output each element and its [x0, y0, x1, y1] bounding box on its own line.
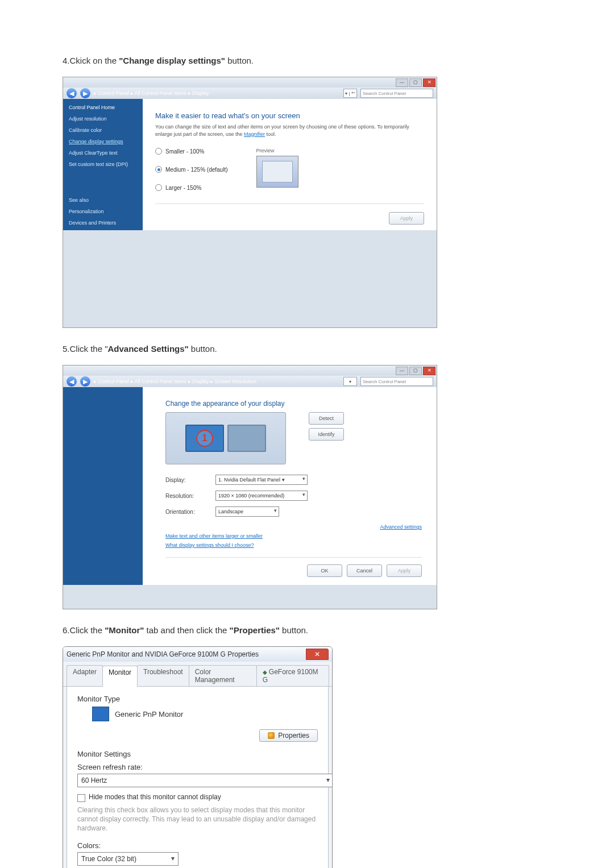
- step-4-text: 4.Ckick on the "Change display settings"…: [63, 56, 557, 65]
- screenshot-display-settings: — ▢ ✕ ◀ ▶ ▸ Control Panel ▸ All Control …: [63, 77, 437, 328]
- monitor-preview[interactable]: 1: [165, 412, 286, 464]
- sidebar: Control Panel Home Adjust resolution Cal…: [63, 99, 143, 230]
- close-button[interactable]: ✕: [423, 78, 435, 87]
- sidebar-home[interactable]: Control Panel Home: [69, 105, 138, 110]
- window-title-bar: — ▢ ✕: [63, 366, 437, 376]
- monitor-2-icon[interactable]: [227, 425, 266, 452]
- step-4-prefix: 4.Ckick on the: [63, 56, 119, 65]
- tab-adapter[interactable]: Adapter: [67, 665, 103, 686]
- step-5-bold: Advanced Settings": [108, 344, 189, 354]
- main-content: Change the appearance of your display 1 …: [143, 387, 437, 585]
- page-description: You can change the size of text and othe…: [155, 123, 424, 138]
- resolution-dropdown[interactable]: 1920 × 1080 (recommended): [215, 491, 308, 501]
- back-button[interactable]: ◀: [67, 88, 77, 98]
- dialog-title-bar: Generic PnP Monitor and NVIDIA GeForce 9…: [63, 647, 332, 662]
- monitor-icon: [92, 707, 109, 721]
- checkbox-icon[interactable]: [77, 794, 85, 802]
- forward-button[interactable]: ▶: [80, 88, 90, 98]
- see-also-devices-printers[interactable]: Devices and Printers: [69, 220, 138, 226]
- colors-dropdown[interactable]: True Color (32 bit): [77, 852, 179, 866]
- search-input[interactable]: Search Control Panel: [360, 89, 433, 98]
- tab-monitor[interactable]: Monitor: [102, 666, 138, 687]
- help-link[interactable]: What display settings should I choose?: [165, 542, 422, 548]
- refresh-rate-label: Screen refresh rate:: [77, 763, 318, 771]
- identify-button[interactable]: Identify: [309, 428, 344, 441]
- apply-button[interactable]: Apply: [389, 212, 424, 225]
- see-also-personalization[interactable]: Personalization: [69, 209, 138, 214]
- step-6-bold-1: "Monitor": [105, 625, 144, 635]
- see-also-header: See also: [69, 197, 138, 203]
- radio-smaller[interactable]: Smaller - 100%: [155, 148, 228, 155]
- step-4-suffix: button.: [225, 56, 254, 65]
- step-4-bold: "Change display settings": [119, 56, 225, 65]
- preview-label: Preview: [256, 148, 298, 153]
- orientation-label: Orientation:: [165, 509, 205, 515]
- hide-modes-checkbox-row[interactable]: Hide modes that this monitor cannot disp…: [77, 793, 318, 802]
- screenshot-screen-resolution: — ▢ ✕ ◀ ▶ ▸ Control Panel ▸ All Control …: [63, 365, 437, 609]
- sidebar: [63, 387, 143, 585]
- maximize-button[interactable]: ▢: [409, 78, 422, 87]
- step-6-suffix: button.: [280, 625, 308, 635]
- step-5-text: 5.Click the "Advanced Settings" button.: [63, 344, 557, 354]
- sidebar-item-change-display-settings[interactable]: Change display settings: [69, 139, 138, 144]
- close-button[interactable]: ✕: [306, 649, 329, 660]
- minimize-button[interactable]: —: [396, 78, 408, 87]
- page-title: Change the appearance of your display: [165, 400, 422, 408]
- dialog-body: Monitor Type Generic PnP Monitor Propert…: [67, 687, 329, 868]
- step-6-prefix: 6.Click the: [63, 625, 105, 635]
- monitor-settings-header: Monitor Settings: [77, 750, 318, 758]
- ok-button[interactable]: OK: [307, 564, 342, 577]
- advanced-settings-link[interactable]: Advanced settings: [380, 524, 422, 530]
- tab-geforce[interactable]: ◆GeForce 9100M G: [256, 665, 329, 686]
- window-title-bar: — ▢ ✕: [63, 77, 437, 88]
- magnifier-link[interactable]: Magnifier: [244, 131, 265, 137]
- hide-modes-label: Hide modes that this monitor cannot disp…: [89, 793, 221, 801]
- display-dropdown[interactable]: 1. Nvidia Default Flat Panel ▾: [215, 475, 308, 485]
- text-size-link[interactable]: Make text and other items larger or smal…: [165, 533, 422, 539]
- shield-icon: ◆: [263, 669, 267, 675]
- properties-button[interactable]: Properties: [259, 729, 318, 742]
- address-bar: ◀ ▶ ▸ Control Panel ▸ All Control Panel …: [63, 88, 437, 99]
- detect-button[interactable]: Detect: [309, 412, 344, 425]
- step-5-prefix: 5.Click the ": [63, 344, 108, 354]
- colors-label: Colors:: [77, 841, 318, 850]
- tab-troubleshoot[interactable]: Troubleshoot: [137, 665, 189, 686]
- radio-medium[interactable]: Medium - 125% (default): [155, 166, 228, 173]
- sidebar-item-calibrate-color[interactable]: Calibrate color: [69, 127, 138, 133]
- uac-shield-icon: [268, 732, 275, 739]
- orientation-dropdown[interactable]: Landscape: [215, 506, 279, 517]
- minimize-button[interactable]: —: [396, 367, 408, 375]
- sidebar-item-adjust-cleartype[interactable]: Adjust ClearType text: [69, 150, 138, 156]
- search-input[interactable]: Search Control Panel: [360, 377, 433, 386]
- preview-thumbnail: [256, 156, 298, 188]
- close-button[interactable]: ✕: [423, 367, 435, 375]
- resolution-label: Resolution:: [165, 493, 205, 499]
- sidebar-item-set-custom-text-size[interactable]: Set custom text size (DPI): [69, 161, 138, 167]
- cancel-button[interactable]: Cancel: [347, 564, 382, 577]
- tab-strip: Adapter Monitor Troubleshoot Color Manag…: [63, 662, 332, 687]
- dialog-title: Generic PnP Monitor and NVIDIA GeForce 9…: [67, 650, 306, 658]
- breadcrumb[interactable]: ▸ Control Panel ▸ All Control Panel Item…: [94, 379, 340, 384]
- step-5-suffix: button.: [189, 344, 217, 354]
- view-toggle[interactable]: ▾: [343, 377, 357, 386]
- hide-modes-hint: Clearing this check box allows you to se…: [77, 805, 318, 833]
- main-content: Make it easier to read what's on your sc…: [143, 99, 437, 230]
- breadcrumb[interactable]: ▸ Control Panel ▸ All Control Panel Item…: [94, 90, 340, 96]
- tab-color-management[interactable]: Color Management: [189, 665, 257, 686]
- page-title: Make it easier to read what's on your sc…: [155, 111, 424, 120]
- step-6-mid: tab and then click the: [144, 625, 229, 635]
- view-toggle[interactable]: ▾ | ⁴⁺: [343, 89, 357, 98]
- monitor-type-header: Monitor Type: [77, 695, 318, 703]
- step-6-text: 6.Click the "Monitor" tab and then click…: [63, 625, 557, 635]
- apply-button[interactable]: Apply: [387, 564, 422, 577]
- sidebar-item-adjust-resolution[interactable]: Adjust resolution: [69, 116, 138, 122]
- back-button[interactable]: ◀: [67, 376, 77, 387]
- forward-button[interactable]: ▶: [80, 376, 90, 387]
- refresh-rate-dropdown[interactable]: 60 Hertz: [77, 774, 333, 787]
- monitor-1-icon[interactable]: 1: [185, 425, 224, 452]
- radio-larger[interactable]: Larger - 150%: [155, 184, 228, 191]
- maximize-button[interactable]: ▢: [409, 367, 422, 375]
- monitor-name: Generic PnP Monitor: [115, 710, 183, 719]
- address-bar: ◀ ▶ ▸ Control Panel ▸ All Control Panel …: [63, 376, 437, 387]
- step-6-bold-2: "Properties": [230, 625, 280, 635]
